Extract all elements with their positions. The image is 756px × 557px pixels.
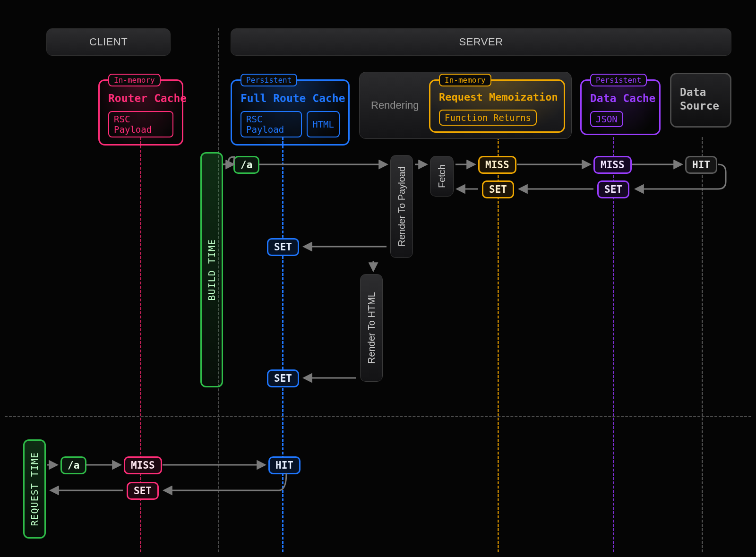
card-request-memoization: In-memory Request Memoization Function R… (429, 79, 565, 133)
chip-json: JSON (590, 111, 623, 127)
card-data-cache: Persistent Data Cache JSON (580, 79, 661, 135)
full-route-cache-title: Full Route Cache (241, 92, 340, 104)
rendering-label: Rendering (371, 99, 419, 111)
router-cache-title: Router Cache (108, 92, 173, 104)
data-cache-title: Data Cache (590, 92, 651, 104)
badge-in-memory-2: In-memory (439, 74, 491, 86)
token-set-fullroute-2: SET (267, 369, 299, 387)
token-route-a-build: /a (233, 156, 259, 174)
token-set-router: SET (127, 482, 159, 500)
chip-rsc-payload: RSC Payload (108, 111, 173, 137)
data-source-title: Data Source (680, 86, 722, 113)
token-miss-memo: MISS (478, 156, 516, 174)
token-route-a-request: /a (60, 456, 86, 474)
header-server: SERVER (231, 28, 731, 56)
chip-function-returns: Function Returns (439, 110, 537, 126)
guide-data-cache (613, 137, 614, 552)
diagram-stage: CLIENT SERVER In-memory Router Cache RSC… (0, 0, 756, 557)
card-full-route-cache: Persistent Full Route Cache RSC Payload … (231, 79, 350, 146)
badge-in-memory: In-memory (108, 74, 161, 86)
token-hit-fullroute: HIT (268, 456, 301, 474)
guide-request-memo (498, 137, 499, 552)
render-to-payload-label: Render To Payload (396, 166, 407, 247)
token-set-fullroute-1: SET (267, 238, 299, 256)
chip-rsc-payload-2: RSC Payload (241, 111, 302, 137)
request-memo-title: Request Memoization (439, 91, 555, 103)
guide-full-route-cache (282, 137, 284, 552)
card-data-source: Data Source (670, 73, 731, 128)
fetch-block: Fetch (430, 156, 454, 197)
request-time-label: REQUEST TIME (29, 452, 40, 526)
build-time-bar: BUILD TIME (200, 152, 223, 387)
request-time-bar: REQUEST TIME (23, 439, 46, 539)
badge-persistent-2: Persistent (590, 74, 647, 86)
token-miss-router: MISS (124, 456, 162, 474)
build-time-label: BUILD TIME (206, 239, 217, 300)
token-miss-datacache: MISS (593, 156, 632, 174)
render-to-html-block: Render To HTML (360, 274, 383, 382)
render-to-html-label: Render To HTML (366, 292, 377, 364)
card-router-cache: In-memory Router Cache RSC Payload (98, 79, 183, 146)
token-set-datacache: SET (597, 180, 629, 198)
render-to-payload-block: Render To Payload (390, 155, 413, 258)
fetch-label: Fetch (437, 164, 447, 188)
header-client: CLIENT (46, 28, 171, 56)
guide-data-source (702, 137, 703, 552)
divider-build-request (5, 416, 751, 417)
chip-html: HTML (307, 111, 340, 137)
badge-persistent: Persistent (241, 74, 297, 86)
token-hit-datasource: HIT (685, 156, 717, 174)
token-set-memo: SET (482, 180, 514, 198)
